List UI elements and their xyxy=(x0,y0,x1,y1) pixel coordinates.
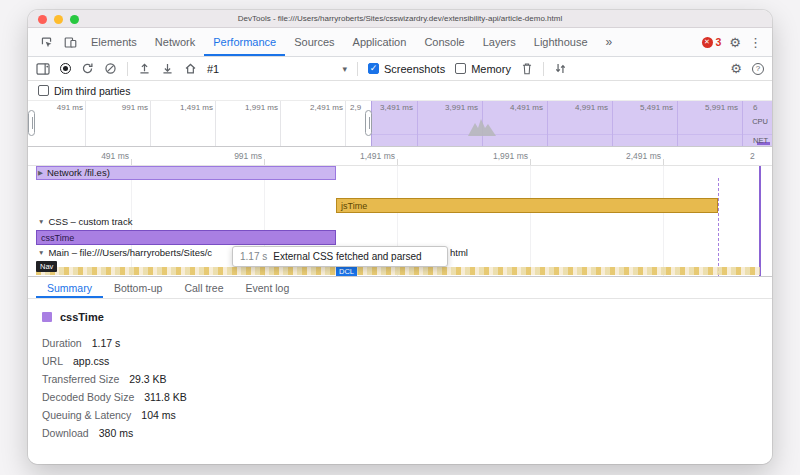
home-icon xyxy=(184,62,197,75)
trash-icon xyxy=(521,62,533,75)
device-toolbar-button[interactable] xyxy=(58,28,82,56)
css-time-label: cssTime xyxy=(41,233,74,243)
error-badge[interactable]: ✕ 3 xyxy=(702,36,722,48)
grid-line xyxy=(85,101,86,146)
timeline-ruler[interactable]: 491 ms 991 ms 1,491 ms 1,991 ms 2,491 ms… xyxy=(28,147,772,166)
ruler-tick: 1,991 ms xyxy=(468,151,528,161)
more-menu-icon[interactable]: ⋮ xyxy=(749,36,762,49)
record-button[interactable] xyxy=(60,63,71,74)
dim-third-parties-label: Dim third parties xyxy=(54,85,130,97)
marker-dashed-line xyxy=(718,178,719,276)
load-profile-button[interactable] xyxy=(138,62,151,75)
screenshots-toggle[interactable]: ✓ Screenshots xyxy=(368,63,445,75)
settings-gear-icon[interactable]: ⚙ xyxy=(729,36,741,49)
ruler-tick: 1,491 ms xyxy=(335,151,395,161)
overview-tick: 991 ms xyxy=(88,103,148,112)
css-time-bar[interactable]: cssTime xyxy=(36,230,336,245)
inspect-element-button[interactable] xyxy=(34,28,58,56)
memory-checkbox[interactable] xyxy=(455,63,466,74)
tab-performance[interactable]: Performance xyxy=(204,28,285,56)
swap-vert-icon xyxy=(554,62,567,75)
summary-row-label: Transferred Size xyxy=(42,373,119,385)
summary-row-value: 29.3 KB xyxy=(129,373,166,385)
grid-line xyxy=(663,166,664,276)
tab-event-log[interactable]: Event log xyxy=(235,277,301,298)
more-tabs-button[interactable]: » xyxy=(597,28,622,56)
window-title: DevTools - file:///Users/harryroberts/Si… xyxy=(28,14,772,23)
event-tooltip: 1.17 s External CSS fetched and parsed xyxy=(232,246,448,267)
history-label: #1 xyxy=(207,63,219,75)
summary-row-label: Download xyxy=(42,427,89,439)
overview-tick: 5,491 ms xyxy=(613,103,673,112)
ruler-mark xyxy=(264,159,265,165)
titlebar: DevTools - file:///Users/harryroberts/Si… xyxy=(28,10,772,28)
help-icon[interactable]: ? xyxy=(752,63,764,75)
overview-tick: 3,491 ms xyxy=(353,103,413,112)
overview-tick: 6 xyxy=(753,103,757,112)
main-track-label-tail: html xyxy=(450,247,468,258)
js-time-label: jsTime xyxy=(341,201,367,211)
summary-row-value: 1.17 s xyxy=(92,337,121,349)
tab-sources[interactable]: Sources xyxy=(285,28,343,56)
ruler-tick: 2,491 ms xyxy=(601,151,661,161)
collapse-triangle-icon: ▼ xyxy=(38,218,44,225)
tab-application[interactable]: Application xyxy=(344,28,416,56)
network-track-header[interactable]: ▶ Network /fil.es) xyxy=(38,167,110,178)
tab-lighthouse[interactable]: Lighthouse xyxy=(525,28,597,56)
ruler-mark xyxy=(530,159,531,165)
expand-triangle-icon: ▶ xyxy=(38,169,43,177)
ruler-mark xyxy=(397,159,398,165)
summary-row-value: app.css xyxy=(73,355,109,367)
tab-elements[interactable]: Elements xyxy=(82,28,146,56)
timeline-overview[interactable]: 491 ms 991 ms 1,491 ms 1,991 ms 2,491 ms… xyxy=(28,101,772,147)
grid-line xyxy=(345,101,346,146)
main-track-header[interactable]: ▼ Main – file:///Users/harryroberts/Site… xyxy=(38,247,212,258)
cpu-label: CPU xyxy=(752,117,768,126)
ruler-tick: 2 xyxy=(750,151,755,161)
trace-end-line xyxy=(759,166,761,276)
screenshots-checkbox[interactable]: ✓ xyxy=(368,63,379,74)
flame-chart-area[interactable]: ▶ Network /fil.es) jsTime ▼ CSS – custom… xyxy=(28,166,772,276)
main-thread-activity-strip[interactable] xyxy=(36,267,760,275)
ruler-mark xyxy=(663,159,664,165)
clear-icon xyxy=(104,62,117,75)
reload-and-record-button[interactable] xyxy=(81,62,94,75)
overview-tick: 1,991 ms xyxy=(218,103,278,112)
nav-badge: Nav xyxy=(36,261,57,272)
overview-tick: 491 ms xyxy=(28,103,83,112)
tab-layers[interactable]: Layers xyxy=(474,28,525,56)
tab-network[interactable]: Network xyxy=(146,28,204,56)
main-track-label: Main – file:///Users/harryroberts/Sites/… xyxy=(48,247,212,258)
home-button[interactable] xyxy=(184,62,197,75)
clear-recording-button[interactable] xyxy=(104,62,117,75)
history-select[interactable]: #1 ▾ xyxy=(207,63,347,75)
js-time-bar[interactable]: jsTime xyxy=(336,198,718,213)
grid-line xyxy=(215,101,216,146)
capture-settings-button[interactable] xyxy=(554,62,567,75)
overview-tick: 5,991 ms xyxy=(678,103,738,112)
selection-handle-right[interactable] xyxy=(365,110,372,136)
css-track-header[interactable]: ▼ CSS – custom track xyxy=(38,216,132,227)
collect-garbage-button[interactable] xyxy=(521,62,533,75)
memory-toggle[interactable]: Memory xyxy=(455,63,511,75)
save-profile-button[interactable] xyxy=(161,62,174,75)
toggle-sidebar-button[interactable] xyxy=(36,63,50,75)
tab-summary[interactable]: Summary xyxy=(36,277,103,298)
ruler-tick: 991 ms xyxy=(202,151,262,161)
inspect-icon xyxy=(40,36,53,49)
capture-gear-icon[interactable]: ⚙ xyxy=(730,62,742,75)
tab-call-tree[interactable]: Call tree xyxy=(173,277,234,298)
network-track-label: Network /fil.es) xyxy=(47,167,110,178)
summary-row: Transferred Size 29.3 KB xyxy=(42,370,772,388)
selection-handle-left[interactable] xyxy=(28,110,35,136)
dcl-badge[interactable]: DCL xyxy=(336,266,357,276)
cpu-net-lane-divider xyxy=(372,134,772,135)
ruler-mark xyxy=(131,159,132,165)
summary-row-label: Queuing & Latency xyxy=(42,409,131,421)
dim-third-parties-checkbox[interactable] xyxy=(38,85,49,96)
options-row: Dim third parties xyxy=(28,81,772,101)
tab-console[interactable]: Console xyxy=(415,28,473,56)
tab-bottom-up[interactable]: Bottom-up xyxy=(103,277,173,298)
summary-row: Duration 1.17 s xyxy=(42,334,772,352)
toolbar-divider xyxy=(543,62,544,76)
